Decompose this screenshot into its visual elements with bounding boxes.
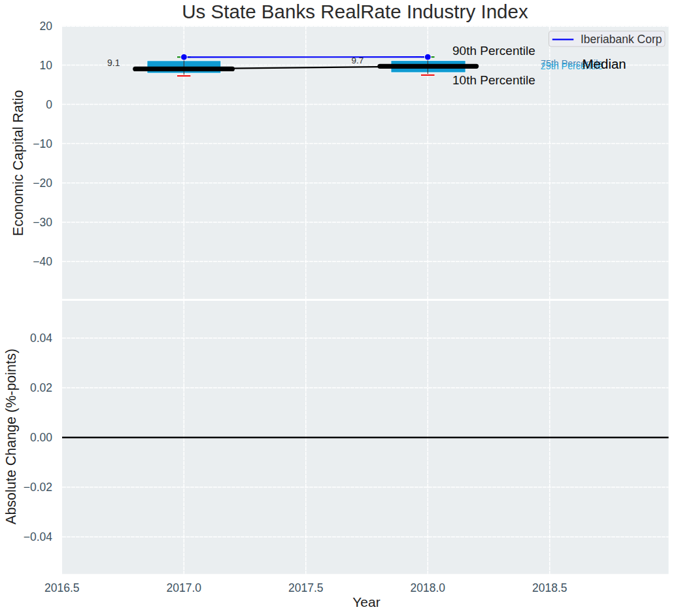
- svg-text:2017.5: 2017.5: [288, 581, 324, 594]
- svg-text:−40: −40: [33, 255, 52, 268]
- svg-text:0: 0: [46, 98, 52, 111]
- svg-text:10: 10: [40, 59, 53, 72]
- svg-text:9.1: 9.1: [107, 58, 120, 68]
- svg-text:0.00: 0.00: [30, 431, 52, 444]
- svg-text:2017.0: 2017.0: [167, 581, 202, 594]
- svg-text:90th Percentile: 90th Percentile: [452, 44, 535, 58]
- svg-text:−0.04: −0.04: [24, 530, 53, 543]
- svg-text:2016.5: 2016.5: [44, 581, 80, 594]
- svg-text:0.04: 0.04: [30, 332, 52, 345]
- svg-text:Economic Capital Ratio: Economic Capital Ratio: [10, 90, 26, 236]
- svg-text:−10: −10: [33, 137, 52, 150]
- svg-text:Year: Year: [352, 594, 380, 609]
- svg-text:−30: −30: [33, 216, 52, 229]
- svg-text:20: 20: [40, 20, 53, 33]
- svg-text:Us State Banks RealRate Indust: Us State Banks RealRate Industry Index: [182, 1, 528, 22]
- svg-text:2018.5: 2018.5: [532, 581, 567, 594]
- svg-text:9.7: 9.7: [352, 56, 364, 65]
- svg-text:Iberiabank Corp: Iberiabank Corp: [581, 33, 662, 46]
- svg-text:0.02: 0.02: [30, 381, 52, 394]
- svg-text:−20: −20: [33, 177, 52, 190]
- svg-text:2018.0: 2018.0: [411, 581, 446, 594]
- svg-text:10th Percentile: 10th Percentile: [452, 73, 535, 87]
- svg-text:Median: Median: [583, 56, 626, 71]
- svg-text:Absolute Change (%-points): Absolute Change (%-points): [3, 349, 19, 524]
- svg-text:−0.02: −0.02: [24, 481, 52, 494]
